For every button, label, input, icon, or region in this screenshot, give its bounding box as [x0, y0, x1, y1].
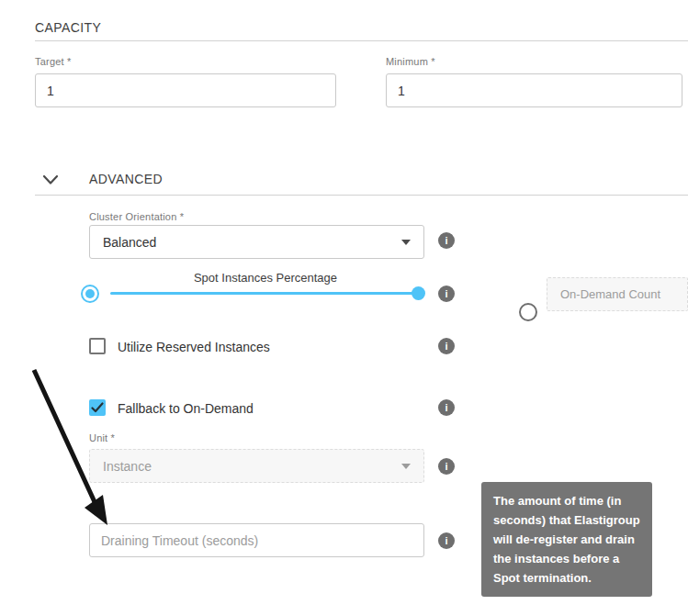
cluster-orientation-value: Balanced — [103, 235, 156, 250]
unit-info-icon[interactable]: i — [438, 458, 455, 475]
draining-timeout-info-icon[interactable]: i — [438, 532, 455, 549]
utilize-reserved-info-icon[interactable]: i — [438, 338, 455, 354]
chevron-down-icon[interactable] — [42, 173, 59, 184]
fallback-on-demand-label: Fallback to On-Demand — [118, 401, 254, 416]
minimum-field-label: Minimum * — [386, 56, 435, 67]
unit-value: Instance — [103, 459, 152, 474]
dropdown-caret-icon — [401, 464, 411, 469]
unit-field-label: Unit * — [89, 432, 115, 443]
capacity-divider — [35, 40, 688, 41]
target-input[interactable] — [35, 73, 336, 107]
spot-percentage-label: Spot Instances Percentage — [110, 271, 421, 285]
chevron-down-glyph — [42, 174, 59, 185]
utilize-reserved-checkbox[interactable] — [89, 338, 106, 354]
advanced-divider — [35, 195, 688, 196]
unit-select: Instance — [89, 449, 424, 483]
spot-percentage-slider[interactable] — [110, 292, 418, 295]
fallback-on-demand-info-icon[interactable]: i — [438, 399, 455, 416]
dropdown-caret-icon — [401, 240, 411, 245]
advanced-section-title: ADVANCED — [89, 172, 163, 186]
draining-timeout-input[interactable] — [89, 523, 424, 557]
cluster-orientation-info-icon[interactable]: i — [438, 232, 455, 249]
on-demand-count-input — [547, 277, 688, 311]
spot-percentage-slider-thumb[interactable] — [412, 286, 425, 300]
fallback-on-demand-checkbox[interactable] — [89, 399, 106, 416]
cluster-orientation-label: Cluster Orientation * — [89, 211, 184, 222]
draining-timeout-tooltip: The amount of time (in seconds) that Ela… — [481, 482, 652, 597]
capacity-section-title: CAPACITY — [35, 20, 101, 35]
minimum-input[interactable] — [386, 73, 682, 107]
on-demand-count-radio[interactable] — [519, 303, 537, 321]
target-field-label: Target * — [35, 56, 72, 67]
checkmark-icon — [91, 402, 104, 413]
spot-percentage-info-icon[interactable]: i — [438, 286, 455, 302]
utilize-reserved-label: Utilize Reserved Instances — [118, 340, 270, 354]
cluster-orientation-select[interactable]: Balanced — [89, 225, 424, 259]
spot-percentage-radio[interactable] — [81, 285, 99, 303]
